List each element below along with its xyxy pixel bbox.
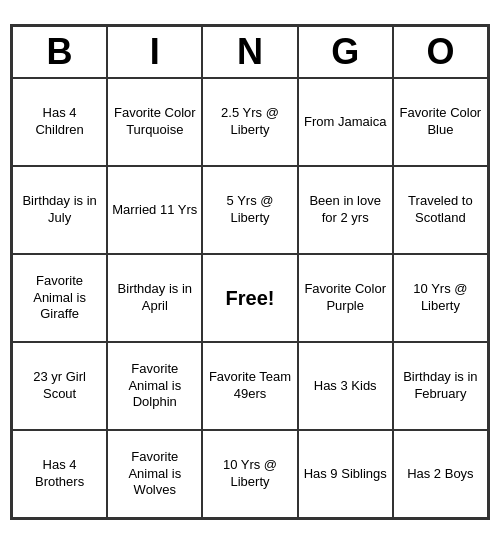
- bingo-cell: Married 11 Yrs: [107, 166, 202, 254]
- bingo-cell: 10 Yrs @ Liberty: [393, 254, 488, 342]
- bingo-header-letter: I: [107, 26, 202, 78]
- bingo-cell: Favorite Animal is Giraffe: [12, 254, 107, 342]
- bingo-cell: Favorite Color Turquoise: [107, 78, 202, 166]
- bingo-cell: 2.5 Yrs @ Liberty: [202, 78, 297, 166]
- bingo-cell: Favorite Color Blue: [393, 78, 488, 166]
- bingo-cell: Has 3 Kids: [298, 342, 393, 430]
- bingo-cell: Birthday is in February: [393, 342, 488, 430]
- bingo-cell: Favorite Color Purple: [298, 254, 393, 342]
- free-space: Free!: [202, 254, 297, 342]
- bingo-cell: Been in love for 2 yrs: [298, 166, 393, 254]
- bingo-grid: Has 4 ChildrenFavorite Color Turquoise2.…: [12, 78, 488, 518]
- bingo-header-letter: N: [202, 26, 297, 78]
- bingo-cell: 5 Yrs @ Liberty: [202, 166, 297, 254]
- bingo-cell: From Jamaica: [298, 78, 393, 166]
- bingo-cell: 23 yr Girl Scout: [12, 342, 107, 430]
- bingo-header: BINGO: [12, 26, 488, 78]
- bingo-cell: Favorite Animal is Dolphin: [107, 342, 202, 430]
- bingo-card: BINGO Has 4 ChildrenFavorite Color Turqu…: [10, 24, 490, 520]
- bingo-cell: Traveled to Scotland: [393, 166, 488, 254]
- bingo-cell: Favorite Team 49ers: [202, 342, 297, 430]
- bingo-cell: Has 4 Children: [12, 78, 107, 166]
- bingo-header-letter: G: [298, 26, 393, 78]
- bingo-cell: Has 2 Boys: [393, 430, 488, 518]
- bingo-cell: Has 4 Brothers: [12, 430, 107, 518]
- bingo-header-letter: B: [12, 26, 107, 78]
- bingo-cell: Birthday is in April: [107, 254, 202, 342]
- bingo-header-letter: O: [393, 26, 488, 78]
- bingo-cell: 10 Yrs @ Liberty: [202, 430, 297, 518]
- bingo-cell: Favorite Animal is Wolves: [107, 430, 202, 518]
- bingo-cell: Birthday is in July: [12, 166, 107, 254]
- bingo-cell: Has 9 Siblings: [298, 430, 393, 518]
